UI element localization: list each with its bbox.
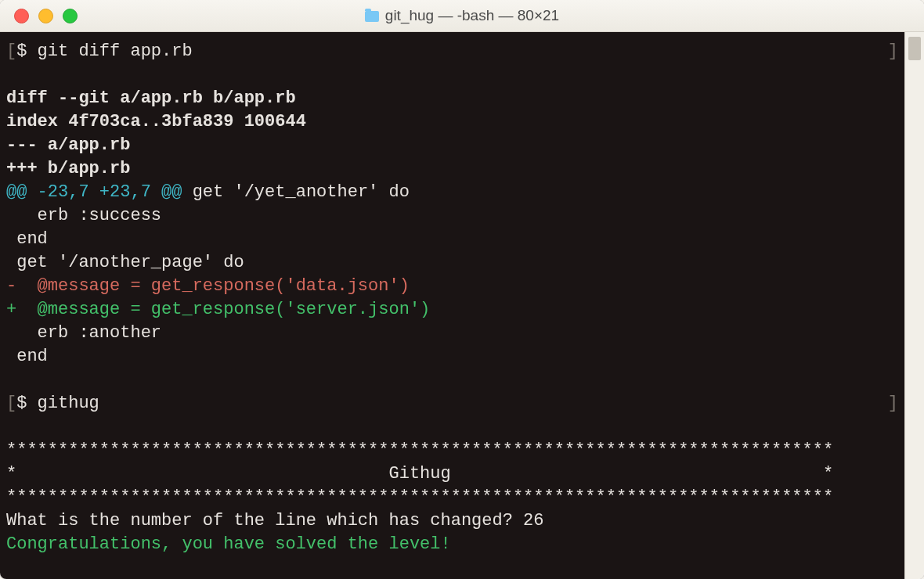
hunk-del-range: -23,7: [38, 182, 99, 202]
prompt-sigil: $: [16, 394, 37, 413]
prompt-open-bracket: [: [6, 41, 16, 61]
prompt-sigil: $: [16, 41, 37, 61]
diff-context-line: erb :success: [6, 206, 161, 225]
command-text: git diff app.rb: [38, 41, 193, 61]
maximize-icon[interactable]: [63, 9, 78, 23]
diff-index-line: index 4f703ca..3bfa839 100644: [6, 112, 306, 131]
question-line: What is the number of the line which has…: [6, 511, 544, 530]
diff-removed-line: - @message = get_response('data.json'): [6, 276, 410, 296]
hunk-context: get '/yet_another' do: [182, 182, 409, 202]
hunk-add-range: +23,7: [99, 182, 161, 202]
terminal-window: git_hug — -bash — 80×21 [$ git diff app.…: [0, 0, 924, 579]
window-body: [$ git diff app.rb] diff --git a/app.rb …: [0, 32, 924, 579]
command-text: githug: [38, 394, 99, 413]
scrollbar-track[interactable]: [904, 32, 924, 579]
window-title: git_hug — -bash — 80×21: [0, 7, 924, 24]
congrats-line: Congratulations, you have solved the lev…: [6, 534, 451, 554]
diff-hunk-line: @@ -23,7 +23,7 @@ get '/yet_another' do: [6, 182, 410, 202]
prompt-line-2: [$ githug]: [6, 392, 898, 415]
diff-old-file-line: --- a/app.rb: [6, 135, 130, 155]
prompt-close-bracket: ]: [888, 40, 898, 63]
diff-context-line: end: [6, 229, 48, 249]
diff-added-line: + @message = get_response('server.json'): [6, 300, 430, 319]
close-icon[interactable]: [14, 9, 29, 23]
prompt-open-bracket: [: [6, 394, 16, 413]
diff-context-line: get '/another_page' do: [6, 253, 244, 272]
prompt-close-bracket: ]: [888, 392, 898, 415]
banner-border: ****************************************…: [6, 441, 833, 460]
window-title-text: git_hug — -bash — 80×21: [385, 7, 559, 24]
scrollbar-thumb[interactable]: [908, 37, 921, 60]
terminal-output[interactable]: [$ git diff app.rb] diff --git a/app.rb …: [0, 32, 904, 579]
diff-context-line: end: [6, 347, 48, 366]
hunk-suffix: @@: [161, 182, 182, 202]
folder-icon: [365, 11, 379, 22]
window-controls: [0, 9, 78, 23]
diff-new-file-line: +++ b/app.rb: [6, 159, 130, 178]
hunk-prefix: @@: [6, 182, 38, 202]
prompt-line-1: [$ git diff app.rb]: [6, 40, 898, 63]
diff-header-line: diff --git a/app.rb b/app.rb: [6, 88, 296, 108]
banner-border: ****************************************…: [6, 487, 833, 507]
diff-context-line: erb :another: [6, 323, 161, 343]
banner-title: * Githug *: [6, 464, 833, 484]
minimize-icon[interactable]: [38, 9, 53, 23]
titlebar: git_hug — -bash — 80×21: [0, 0, 924, 32]
